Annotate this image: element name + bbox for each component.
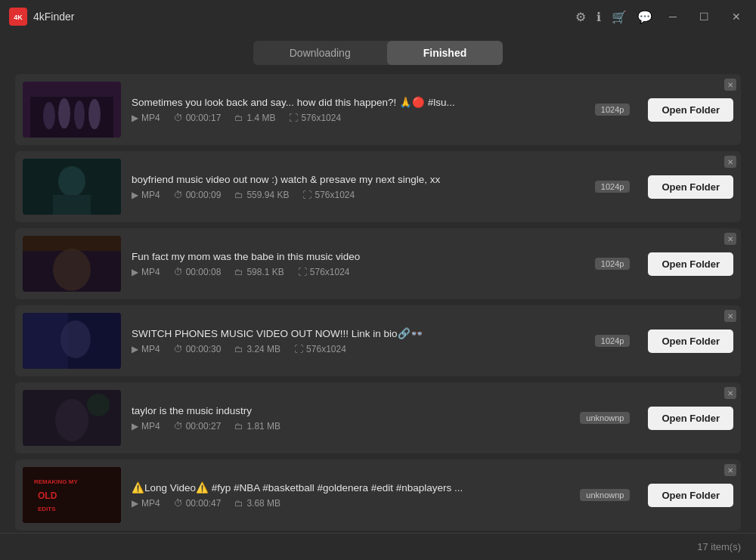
format-icon: ▶ <box>132 421 138 432</box>
file-icon: 🗀 <box>234 190 243 200</box>
video-thumbnail <box>23 159 121 215</box>
tab-container: Downloading Finished <box>253 41 503 65</box>
format-meta: ▶ MP4 <box>132 190 160 200</box>
svg-point-5 <box>58 98 70 128</box>
remove-item-button[interactable]: ✕ <box>724 79 736 91</box>
file-icon: 🗀 <box>234 344 243 354</box>
open-folder-button[interactable]: Open Folder <box>648 330 733 353</box>
quality-badge: 1024p <box>595 181 631 193</box>
video-meta: ▶ MP4 ⏱ 00:00:47 🗀 3.68 MB <box>132 498 569 509</box>
tab-downloading[interactable]: Downloading <box>253 41 387 65</box>
video-meta: ▶ MP4 ⏱ 00:00:17 🗀 1.4 MB ⛶ 576x1024 <box>132 113 584 123</box>
resolution-icon: ⛶ <box>298 267 307 277</box>
video-meta: ▶ MP4 ⏱ 00:00:30 🗀 3.24 MB ⛶ 576x1024 <box>132 344 584 354</box>
cart-icon[interactable]: 🛒 <box>612 10 627 24</box>
svg-text:REMAKING MY: REMAKING MY <box>34 478 78 485</box>
svg-point-18 <box>55 399 88 441</box>
svg-point-13 <box>53 249 91 291</box>
clock-icon: ⏱ <box>174 113 183 123</box>
video-title: SWITCH PHONES MUSIC VIDEO OUT NOW!!! Lin… <box>132 327 584 339</box>
svg-point-4 <box>43 102 55 129</box>
format-icon: ▶ <box>132 190 138 200</box>
file-icon: 🗀 <box>234 267 243 277</box>
open-folder-button[interactable]: Open Folder <box>648 98 733 122</box>
format-icon: ▶ <box>132 498 138 509</box>
info-icon[interactable]: ℹ <box>596 10 601 24</box>
video-thumbnail <box>23 82 121 138</box>
quality-badge: unknownp <box>580 489 630 501</box>
video-info: Sometimes you look back and say... how d… <box>132 96 584 123</box>
size-meta: 🗀 559.94 KB <box>234 190 289 200</box>
file-icon: 🗀 <box>234 113 243 123</box>
close-button[interactable]: ✕ <box>726 8 747 26</box>
svg-point-16 <box>60 320 91 358</box>
open-folder-button[interactable]: Open Folder <box>648 407 733 430</box>
file-icon: 🗀 <box>234 498 243 509</box>
svg-text:EDITS: EDITS <box>38 506 56 512</box>
titlebar-controls: ⚙ ℹ 🛒 💬 ─ ☐ ✕ <box>575 8 747 26</box>
resolution-meta: ⛶ 576x1024 <box>298 267 350 277</box>
duration-meta: ⏱ 00:00:17 <box>174 113 222 123</box>
size-meta: 🗀 598.1 KB <box>234 267 284 277</box>
remove-item-button[interactable]: ✕ <box>724 310 736 322</box>
format-meta: ▶ MP4 <box>132 267 160 277</box>
clock-icon: ⏱ <box>174 344 183 354</box>
quality-badge: 1024p <box>595 258 631 270</box>
video-info: SWITCH PHONES MUSIC VIDEO OUT NOW!!! Lin… <box>132 327 584 354</box>
svg-point-19 <box>87 394 110 416</box>
clock-icon: ⏱ <box>174 190 183 200</box>
list-item: Sometimes you look back and say... how d… <box>15 74 741 145</box>
app-title: 4kFinder <box>33 11 74 23</box>
tab-finished[interactable]: Finished <box>387 41 503 65</box>
video-info: ⚠️Long Video⚠️ #fyp #NBA #basketball #go… <box>132 481 569 509</box>
format-meta: ▶ MP4 <box>132 344 160 354</box>
chat-icon[interactable]: 💬 <box>637 10 652 24</box>
duration-meta: ⏱ 00:00:47 <box>174 498 222 509</box>
remove-item-button[interactable]: ✕ <box>724 156 736 168</box>
list-item: boyfriend music video out now :) watch &… <box>15 151 741 222</box>
size-meta: 🗀 1.81 MB <box>234 421 280 432</box>
svg-point-7 <box>88 99 101 129</box>
video-title: ⚠️Long Video⚠️ #fyp #NBA #basketball #go… <box>132 481 569 493</box>
size-meta: 🗀 1.4 MB <box>234 113 275 123</box>
video-info: Fun fact my mom was the babe in this mus… <box>132 251 584 277</box>
footer: 17 item(s) <box>0 533 756 560</box>
video-thumbnail: REMAKING MY OLD EDITS <box>23 467 121 523</box>
clock-icon: ⏱ <box>174 267 183 277</box>
minimize-button[interactable]: ─ <box>663 8 683 26</box>
list-item: taylor is the music industry ▶ MP4 ⏱ 00:… <box>15 382 741 453</box>
video-list: Sometimes you look back and say... how d… <box>0 74 756 533</box>
quality-badge: 1024p <box>595 104 631 116</box>
video-title: taylor is the music industry <box>132 405 569 416</box>
remove-item-button[interactable]: ✕ <box>724 233 736 245</box>
duration-meta: ⏱ 00:00:27 <box>174 421 222 432</box>
video-title: Fun fact my mom was the babe in this mus… <box>132 251 584 262</box>
maximize-button[interactable]: ☐ <box>693 8 715 26</box>
quality-badge: 1024p <box>595 335 631 347</box>
tabbar: Downloading Finished <box>0 33 756 74</box>
list-item: Fun fact my mom was the babe in this mus… <box>15 228 741 299</box>
remove-item-button[interactable]: ✕ <box>724 464 736 476</box>
duration-meta: ⏱ 00:00:08 <box>174 267 222 277</box>
format-icon: ▶ <box>132 344 138 354</box>
svg-rect-3 <box>30 97 113 138</box>
open-folder-button[interactable]: Open Folder <box>648 484 733 507</box>
resolution-icon: ⛶ <box>302 190 311 200</box>
video-thumbnail <box>23 236 121 292</box>
size-meta: 🗀 3.68 MB <box>234 498 280 509</box>
resolution-meta: ⛶ 576x1024 <box>302 190 355 200</box>
app-logo-icon: 4K <box>9 8 27 26</box>
quality-badge: unknownp <box>580 412 630 424</box>
settings-icon[interactable]: ⚙ <box>575 10 586 24</box>
list-item: SWITCH PHONES MUSIC VIDEO OUT NOW!!! Lin… <box>15 305 741 376</box>
svg-point-6 <box>74 101 85 129</box>
video-thumbnail <box>23 390 121 446</box>
video-info: taylor is the music industry ▶ MP4 ⏱ 00:… <box>132 405 569 432</box>
remove-item-button[interactable]: ✕ <box>724 387 736 399</box>
open-folder-button[interactable]: Open Folder <box>648 175 733 199</box>
file-icon: 🗀 <box>234 421 243 432</box>
list-item: REMAKING MY OLD EDITS ⚠️Long Video⚠️ #fy… <box>15 459 741 531</box>
open-folder-button[interactable]: Open Folder <box>648 252 733 276</box>
titlebar: 4K 4kFinder ⚙ ℹ 🛒 💬 ─ ☐ ✕ <box>0 0 756 33</box>
video-meta: ▶ MP4 ⏱ 00:00:08 🗀 598.1 KB ⛶ 576x1024 <box>132 267 584 277</box>
